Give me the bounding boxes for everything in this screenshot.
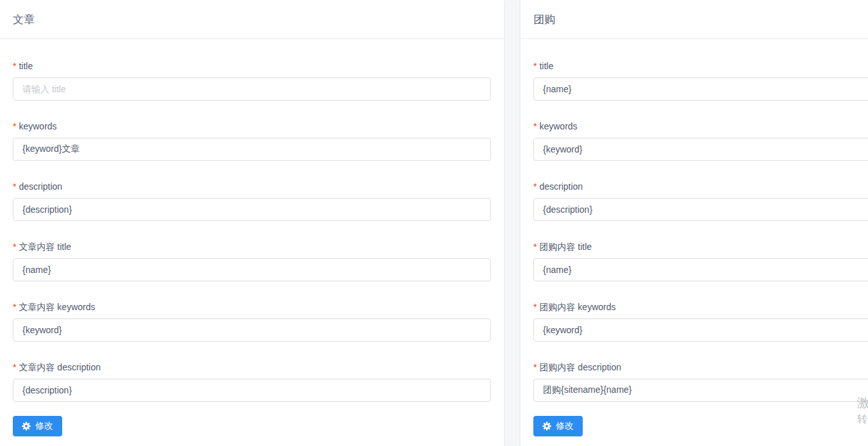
article-content-keywords-field: *文章内容 keywords xyxy=(13,301,491,342)
groupbuy-seo-card: 团购 *title *keywords *description *团购内容 t… xyxy=(521,0,868,446)
groupbuy-content-keywords-label: *团购内容 keywords xyxy=(533,301,868,313)
groupbuy-content-description-input[interactable] xyxy=(533,379,868,402)
groupbuy-content-description-field: *团购内容 description xyxy=(533,361,868,402)
gear-icon xyxy=(22,422,31,431)
required-asterisk: * xyxy=(533,362,537,372)
article-title-field: *title xyxy=(13,60,491,101)
article-description-input[interactable] xyxy=(13,198,491,221)
required-asterisk: * xyxy=(533,121,537,131)
article-content-description-field: *文章内容 description xyxy=(13,361,491,402)
article-content-description-label: *文章内容 description xyxy=(13,361,491,374)
required-asterisk: * xyxy=(533,181,537,192)
groupbuy-content-title-input[interactable] xyxy=(533,258,868,281)
groupbuy-keywords-field: *keywords xyxy=(533,120,868,161)
required-asterisk: * xyxy=(13,121,16,131)
groupbuy-modify-button[interactable]: 修改 xyxy=(533,416,583,436)
groupbuy-content-keywords-input[interactable] xyxy=(533,318,868,342)
required-asterisk: * xyxy=(13,61,16,71)
groupbuy-content-description-label: *团购内容 description xyxy=(533,361,868,374)
article-form: *title *keywords *description *文章内容 titl… xyxy=(0,39,504,446)
article-title-input[interactable] xyxy=(13,78,491,101)
article-keywords-field: *keywords xyxy=(13,120,491,161)
article-keywords-label: *keywords xyxy=(13,120,491,133)
article-modify-button[interactable]: 修改 xyxy=(13,416,62,436)
groupbuy-content-title-field: *团购内容 title xyxy=(533,240,868,281)
gear-icon xyxy=(542,422,551,431)
required-asterisk: * xyxy=(533,302,537,312)
required-asterisk: * xyxy=(13,302,16,312)
required-asterisk: * xyxy=(533,61,537,71)
groupbuy-description-input[interactable] xyxy=(533,198,868,221)
article-seo-card: 文章 *title *keywords *description *文章内容 t… xyxy=(0,0,504,446)
required-asterisk: * xyxy=(13,362,16,372)
groupbuy-description-field: *description xyxy=(533,180,868,221)
article-content-title-label: *文章内容 title xyxy=(13,240,491,253)
groupbuy-form: *title *keywords *description *团购内容 titl… xyxy=(521,39,868,446)
groupbuy-content-keywords-field: *团购内容 keywords xyxy=(533,301,868,342)
article-description-field: *description xyxy=(13,180,491,221)
groupbuy-modify-button-label: 修改 xyxy=(556,420,574,432)
article-modify-button-label: 修改 xyxy=(35,420,53,432)
groupbuy-keywords-input[interactable] xyxy=(533,138,868,161)
article-content-keywords-label: *文章内容 keywords xyxy=(13,301,491,313)
article-content-title-input[interactable] xyxy=(13,258,491,281)
required-asterisk: * xyxy=(533,242,537,252)
article-title-label: *title xyxy=(13,60,491,72)
article-content-title-field: *文章内容 title xyxy=(13,240,491,281)
groupbuy-description-label: *description xyxy=(533,180,868,193)
article-description-label: *description xyxy=(13,180,491,193)
groupbuy-card-title: 团购 xyxy=(521,0,868,39)
article-keywords-input[interactable] xyxy=(13,138,491,161)
article-content-keywords-input[interactable] xyxy=(13,318,491,342)
article-card-title: 文章 xyxy=(0,0,504,39)
required-asterisk: * xyxy=(13,181,16,192)
groupbuy-keywords-label: *keywords xyxy=(533,120,868,133)
groupbuy-content-title-label: *团购内容 title xyxy=(533,240,868,253)
article-content-description-input[interactable] xyxy=(13,379,491,402)
groupbuy-title-label: *title xyxy=(533,60,868,72)
groupbuy-title-input[interactable] xyxy=(533,78,868,101)
required-asterisk: * xyxy=(13,242,16,252)
groupbuy-title-field: *title xyxy=(533,60,868,101)
